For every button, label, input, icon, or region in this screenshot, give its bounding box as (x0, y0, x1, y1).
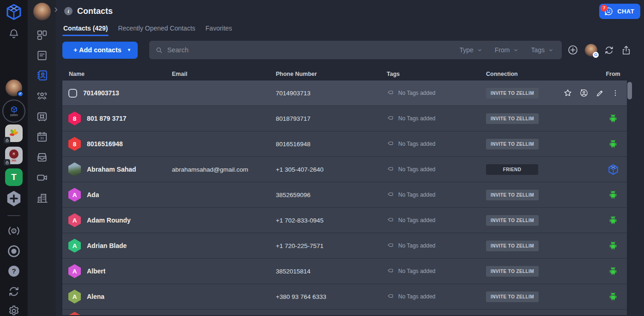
contacts-book-icon[interactable] (36, 69, 48, 81)
connection-badge[interactable]: INVITE TO ZELLIM (486, 190, 539, 200)
page-header: i Contacts 7 CHAT (56, 0, 644, 22)
teams-app-tile[interactable]: T (5, 168, 23, 186)
contact-phone: +1 702-833-0945 (276, 217, 387, 224)
table-row[interactable]: AAlbert3852015814No Tags addedINVITE TO … (62, 259, 627, 284)
connection-badge[interactable]: INVITE TO ZELLIM (486, 88, 539, 99)
drawer-icon[interactable] (36, 151, 48, 163)
tab-recently-opened-contacts[interactable]: Recently Opened Contacts (117, 22, 196, 36)
table-row[interactable]: 70149037137014903713No Tags addedINVITE … (62, 81, 627, 106)
column-header-name: Name (62, 71, 172, 77)
user-avatar[interactable] (33, 3, 51, 20)
locked-app-tile[interactable] (5, 124, 23, 142)
calendar-icon[interactable]: 31 (36, 131, 48, 143)
table-row[interactable]: AAdrian Blade+1 720-225-7571No Tags adde… (62, 233, 627, 259)
connection-badge[interactable]: INVITE TO ZELLIM (486, 266, 539, 277)
table-row[interactable]: 880165169488016516948No Tags addedINVITE… (62, 131, 627, 157)
tag-icon (387, 89, 394, 97)
manage-contact-icon[interactable] (579, 88, 589, 98)
sync-contacts-icon[interactable] (604, 45, 614, 56)
contact-phone: 8018793717 (276, 115, 387, 122)
search-icon (155, 46, 163, 54)
office-icon[interactable] (36, 192, 48, 204)
connection-badge[interactable]: FRIEND (486, 164, 538, 175)
tags-label: No Tags added (398, 141, 436, 147)
favorite-star-icon[interactable] (563, 88, 572, 98)
android-source-icon (608, 139, 618, 149)
export-icon[interactable] (621, 45, 632, 56)
info-icon[interactable]: i (64, 7, 73, 15)
connection-badge[interactable]: INVITE TO ZELLIM (486, 113, 539, 124)
table-row[interactable]: AAda3852659096No Tags addedINVITE TO ZEL… (62, 182, 627, 208)
workspace-label: zellim (10, 113, 18, 117)
chevron-down-icon (477, 48, 482, 53)
google-account-avatar[interactable]: G (585, 44, 597, 56)
connection-badge[interactable]: INVITE TO ZELLIM (486, 215, 539, 226)
table-row[interactable]: 8801 879 37178018793717No Tags addedINVI… (62, 106, 627, 131)
chat-bubble-icon: 7 (604, 6, 614, 16)
tags-label: No Tags added (398, 293, 436, 300)
table-row[interactable]: AAdam Roundy+1 702-833-0945No Tags added… (62, 208, 627, 233)
collapse-chevron-icon[interactable] (53, 6, 59, 13)
zellim-workspace-tile[interactable]: zellim (5, 102, 23, 120)
table-row[interactable] (62, 310, 627, 315)
column-header-connection: Connection (486, 71, 599, 77)
video-call-icon[interactable] (36, 172, 48, 184)
search-input[interactable] (167, 46, 455, 54)
contact-email: abrahamsahad@gmail.com (172, 166, 276, 173)
connection-badge[interactable]: INVITE TO ZELLIM (486, 139, 539, 149)
screen-record-icon[interactable] (6, 244, 21, 259)
tag-icon (387, 293, 394, 300)
user-avatar[interactable]: ✓ (6, 80, 22, 96)
contact-phone: +1 720-225-7571 (276, 242, 387, 249)
add-workspace-icon[interactable] (5, 190, 23, 207)
filter-tags[interactable]: Tags (531, 46, 553, 54)
connection-badge[interactable]: INVITE TO ZELLIM (486, 241, 539, 251)
add-circle-icon[interactable] (567, 44, 578, 56)
notifications-bell-icon[interactable] (8, 28, 20, 40)
table-row[interactable]: AAlena+380 93 764 6333No Tags addedINVIT… (62, 284, 627, 310)
tab-favorites[interactable]: Favorites (205, 22, 233, 36)
notes-icon[interactable] (36, 50, 48, 62)
table-header: NameEmailPhone NumberTagsConnectionFrom (62, 68, 627, 81)
locked-app-365-tile[interactable]: R 365 (5, 147, 23, 164)
contact-name: Albert (87, 267, 105, 275)
chat-label: CHAT (617, 8, 634, 15)
help-icon[interactable]: ? (7, 264, 21, 278)
settings-gear-icon[interactable] (7, 304, 20, 316)
svg-text:z: z (13, 229, 15, 233)
contact-name: Adrian Blade (87, 242, 127, 249)
contact-avatar (68, 312, 81, 315)
verified-check-badge: ✓ (17, 91, 24, 97)
android-source-icon (608, 113, 618, 124)
table-row[interactable]: Abraham Sahadabrahamsahad@gmail.com+1 30… (62, 157, 627, 182)
tag-icon (387, 115, 394, 122)
secondary-sidebar: 31 (28, 0, 56, 316)
sync-icon[interactable] (7, 285, 20, 298)
filter-label: Tags (531, 46, 545, 54)
edit-pencil-icon[interactable] (595, 89, 604, 98)
tags-label: No Tags added (398, 166, 436, 173)
chat-button[interactable]: 7 CHAT (599, 4, 640, 19)
more-kebab-icon[interactable] (611, 89, 620, 97)
connection-badge[interactable]: INVITE TO ZELLIM (486, 291, 539, 302)
add-contacts-button[interactable]: + Add contacts ▼ (62, 42, 138, 59)
row-checkbox[interactable] (68, 89, 77, 98)
broadcast-icon[interactable]: z (6, 223, 21, 238)
zellim-source-icon (608, 164, 619, 175)
column-header-email: Email (172, 71, 276, 77)
contact-name: Ada (87, 191, 99, 198)
contact-avatar: A (68, 264, 81, 278)
dashboard-icon[interactable] (36, 29, 48, 41)
android-source-icon (608, 241, 618, 251)
contact-avatar: 8 (68, 112, 81, 125)
people-icon[interactable] (36, 90, 48, 102)
column-header-tags: Tags (387, 71, 486, 77)
tab-contacts-429[interactable]: Contacts (429) (62, 22, 109, 36)
tags-label: No Tags added (398, 115, 436, 122)
contact-phone: 3852015814 (276, 268, 387, 275)
vault-icon[interactable] (36, 111, 48, 123)
filter-type[interactable]: Type (459, 46, 482, 54)
page-title: Contacts (77, 6, 113, 16)
filter-from[interactable]: From (495, 46, 519, 54)
scrollbar-thumb[interactable] (627, 82, 632, 99)
